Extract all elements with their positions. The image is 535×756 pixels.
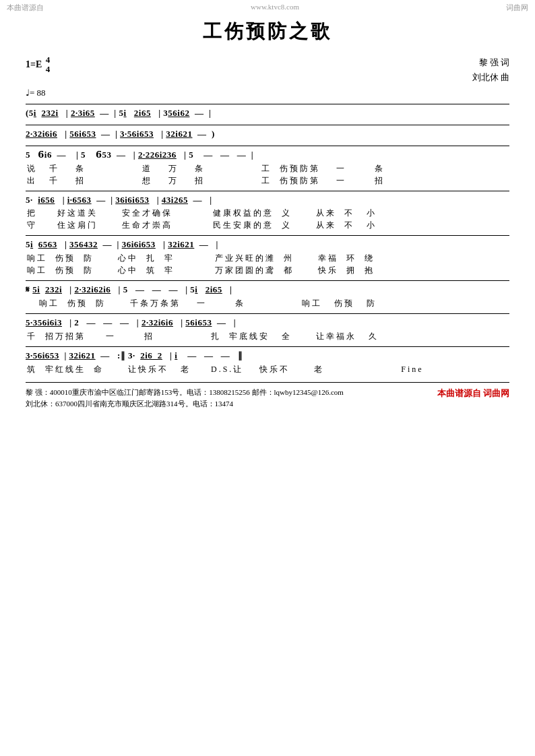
lyric-row-3a: 说 千 条 道 万 条 工 伤预防第 一 条 [26,162,509,175]
lyric-row-5a: 响工 伤预 防 心中 扎 牢 产业兴旺的潍 州 幸福 环 绕 [26,252,509,264]
score-row-2: 2·32i6i6 | 56i653 ― | 3·56i653 | 32i621 … [26,125,509,141]
score-row-4: 5· i656 | i·6563 ― | 36i6i653 | 43i265 ―… [26,191,509,232]
footer-site-name: 词曲网 [483,388,509,398]
key-time-block: 1=E 4 4 [26,55,50,75]
song-title: 工伤预防之歌 [26,19,509,44]
watermark-top-right: 词曲网 [506,3,528,13]
footer-watermark-block: 本曲谱源自 词曲网 [437,387,509,410]
notation-row-7: 5·356i6i3 | 2 ― ― ― | 2·32i6i6 | 56i653 … [26,313,509,330]
score-row-3: 5 6̄i6 ― | 5 6̄53 ― | 2·226i236 | 5 ― ― … [26,146,509,187]
score-row-7: 5·356i6i3 | 2 ― ― ― | 2·32i6i6 | 56i653 … [26,313,509,342]
music-author: 刘北休 曲 [472,70,509,85]
score-row-8: 3·56i653 | 32i621 ― :‖ 3· 2i6 2 | i ― ― … [26,346,509,375]
lyric-row-4a: 把 好这道关 安全才确保 健康权益的意 义 从来 不 小 [26,207,509,219]
score-container: (5i 232i | 2·3i65 ― | 5i 2i65 | 356i62 ―… [26,104,509,375]
notation-row-5: 5i 6563 | 356432 ― | 36i6i653 | 32i621 ―… [26,235,509,252]
lyric-row-4b: 守 住这扇门 生命才崇高 民生安康的意 义 从来 不 小 [26,219,509,231]
lyric-row-7a: 千 招万招第 一 招 扎 牢底线安 全 让幸福永 久 [26,330,509,342]
notation-row-8: 3·56i653 | 32i621 ― :‖ 3· 2i6 2 | i ― ― … [26,346,509,363]
time-sig-numerator: 4 [46,55,51,65]
key-label: 1=E [26,59,42,69]
notation-row-2: 2·32i6i6 | 56i653 ― | 3·56i653 | 32i621 … [26,125,509,141]
footer-contact-1: 黎 强：400010重庆市渝中区临江门邮寄路153号。电话：1380821525… [26,387,437,399]
score-row-5: 5i 6563 | 356432 ― | 36i6i653 | 32i621 ―… [26,235,509,276]
notation-row-1: (5i 232i | 2·3i65 ― | 5i 2i65 | 356i62 ―… [26,104,509,121]
lyric-author: 黎 强 词 [472,55,509,70]
lyric-row-3b: 出 千 招 想 万 招 工 伤预防第 一 招 [26,175,509,187]
footer-contact: 黎 强：400010重庆市渝中区临江门邮寄路153号。电话：1380821525… [26,387,437,410]
time-signature: 4 4 [46,55,51,75]
watermark-top-left: 本曲谱源自 [7,3,44,13]
lyric-row-8a: 筑 牢红线生 命 让快乐不 老 D.S.让 快乐不 老 Fine [26,363,509,375]
author-block: 黎 强 词 刘北休 曲 [472,55,509,85]
lyric-row-6a: 响工 伤预 防 千条万条第 一 条 响工 伤预 防 [26,297,509,309]
notation-row-3: 5 6̄i6 ― | 5 6̄53 ― | 2·226i236 | 5 ― ― … [26,146,509,162]
score-row-1: (5i 232i | 2·3i65 ― | 5i 2i65 | 356i62 ―… [26,104,509,121]
tempo-marking: ♩= 88 [26,88,509,98]
notation-row-4: 5· i656 | i·6563 ― | 36i6i653 | 43i265 ―… [26,191,509,208]
notation-row-6: 𝄋 5i 232i | 2·32i62i6 | 5 ― ― ― | 5i 2i6… [26,280,509,297]
footer-watermark-text: 本曲谱源自 [437,388,481,398]
lyric-row-5b: 响工 伤预 防 心中 筑 牢 万家团圆的鸢 都 快乐 拥 抱 [26,264,509,276]
score-row-6: 𝄋 5i 232i | 2·32i62i6 | 5 ― ― ― | 5i 2i6… [26,280,509,309]
watermark-top-url: www.ktvc8.com [251,3,299,13]
time-sig-denominator: 4 [46,65,51,74]
footer-block: 黎 强：400010重庆市渝中区临江门邮寄路153号。电话：1380821525… [26,382,509,410]
footer-contact-2: 刘北休：637000四川省南充市顺庆区北湖路314号。电话：13474 [26,398,437,410]
